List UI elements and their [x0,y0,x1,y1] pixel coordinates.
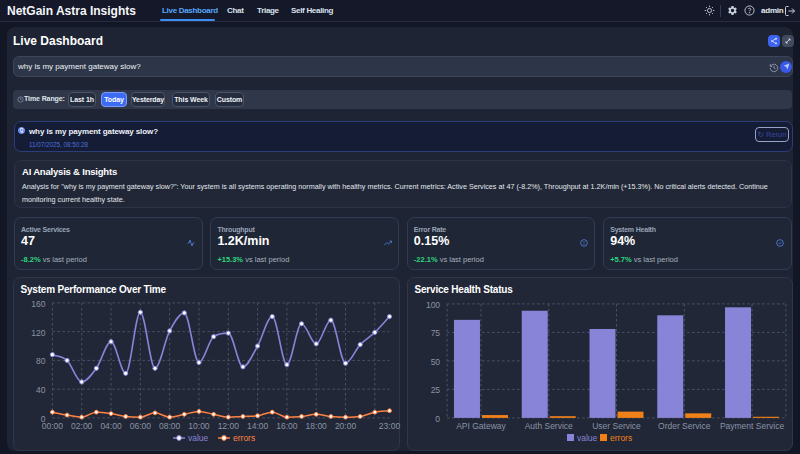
svg-text:User Service: User Service [592,421,641,431]
svg-text:08:00: 08:00 [159,421,181,431]
svg-text:75: 75 [431,328,441,338]
svg-text:14:00: 14:00 [247,421,269,431]
svg-text:value: value [577,433,598,443]
svg-text:40: 40 [36,385,46,395]
svg-text:06:00: 06:00 [130,421,152,431]
svg-text:errors: errors [610,433,632,443]
svg-text:18:00: 18:00 [306,421,328,431]
svg-text:23:00: 23:00 [379,421,401,431]
svg-text:value: value [188,433,209,443]
svg-text:API Gateway: API Gateway [456,421,506,431]
svg-text:160: 160 [31,299,45,309]
svg-text:Order Service: Order Service [658,421,711,431]
svg-text:0: 0 [435,414,440,424]
svg-text:20:00: 20:00 [335,421,357,431]
svg-text:12:00: 12:00 [218,421,240,431]
svg-text:04:00: 04:00 [100,421,122,431]
svg-text:02:00: 02:00 [71,421,93,431]
svg-text:120: 120 [31,328,45,338]
svg-text:00:00: 00:00 [42,421,64,431]
svg-text:16:00: 16:00 [276,421,298,431]
svg-text:errors: errors [233,433,255,443]
svg-text:25: 25 [431,385,441,395]
svg-text:100: 100 [426,300,440,310]
svg-text:50: 50 [431,357,441,367]
svg-text:10:00: 10:00 [188,421,210,431]
svg-text:Auth Service: Auth Service [525,421,573,431]
svg-text:Payment Service: Payment Service [720,421,785,431]
svg-text:80: 80 [36,356,46,366]
